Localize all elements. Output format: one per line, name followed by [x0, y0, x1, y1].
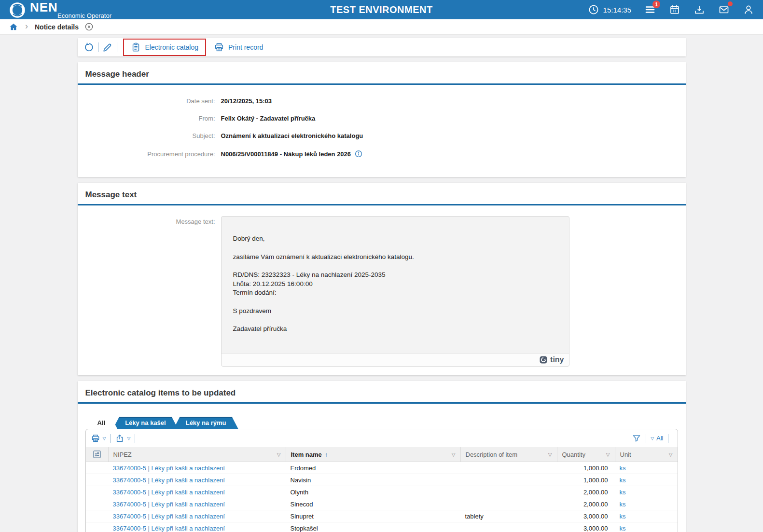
column-header-unit[interactable]: Unit▽: [615, 447, 678, 462]
column-filter-icon[interactable]: ▽: [669, 452, 673, 457]
field-label: Subject:: [78, 132, 215, 139]
brand-name: NEN: [30, 0, 58, 14]
nipez-link[interactable]: 33674000-5 | Léky při kašli a nachlazení: [108, 489, 286, 496]
column-header-description-of-item[interactable]: Description of item▽: [460, 447, 557, 462]
nipez-link[interactable]: 33674000-5 | Léky při kašli a nachlazení: [108, 525, 286, 532]
item-name-cell: Olynth: [286, 489, 460, 496]
quantity-cell: 1,000.00: [557, 464, 615, 472]
message-paragraph: RD/DNS: 23232323 - Léky na nachlazení 20…: [233, 271, 557, 298]
unit-link[interactable]: ks: [615, 513, 678, 520]
section-title: Electronic catalog items to be updated: [78, 381, 686, 402]
tinymce-logo-icon: [539, 355, 548, 364]
print-record-label: Print record: [228, 43, 263, 51]
unit-link[interactable]: ks: [615, 501, 678, 508]
toolbar-separator: [135, 434, 135, 443]
tab-l-ky-na-ka-el[interactable]: Léky na kašel: [113, 417, 178, 429]
field-value: N006/25/V00011849 - Nákup léků leden 202…: [221, 150, 686, 158]
user-profile-icon[interactable]: [743, 4, 754, 15]
message-text-editor[interactable]: Dobrý den,zasíláme Vám oznámení k aktual…: [221, 216, 569, 367]
tinymce-brand-label: tiny: [550, 355, 564, 364]
column-header-quantity[interactable]: Quantity▽: [557, 447, 615, 462]
column-label-text: Quantity: [562, 451, 585, 458]
item-name-cell: Sinupret: [286, 513, 460, 520]
table-row[interactable]: 33674000-5 | Léky při kašli a nachlazení…: [86, 486, 678, 498]
section-title: Message text: [78, 183, 686, 204]
nipez-link[interactable]: 33674000-5 | Léky při kašli a nachlazení: [108, 477, 286, 484]
table-row[interactable]: 33674000-5 | Léky při kašli a nachlazení…: [86, 522, 678, 532]
description-cell: tablety: [460, 513, 557, 520]
nipez-link[interactable]: 33674000-5 | Léky při kašli a nachlazení: [108, 464, 286, 472]
electronic-catalog-button[interactable]: Electronic catalog: [128, 42, 202, 53]
message-text-label: Message text:: [78, 216, 215, 225]
download-tray-icon[interactable]: [694, 4, 705, 15]
nipez-link[interactable]: 33674000-5 | Léky při kašli a nachlazení: [108, 513, 286, 520]
unit-link[interactable]: ks: [615, 525, 678, 532]
nen-brand[interactable]: NEN Economic Operator: [9, 1, 111, 19]
column-label: NIPEZ: [113, 451, 132, 458]
column-filter-icon[interactable]: ▽: [277, 452, 281, 457]
column-header-nipez[interactable]: NIPEZ▽: [108, 447, 286, 462]
field-label: Procurement procedure:: [78, 150, 215, 158]
nipez-link[interactable]: 33674000-5 | Léky při kašli a nachlazení: [108, 501, 286, 508]
calendar-icon[interactable]: [669, 4, 680, 15]
unit-link[interactable]: ks: [615, 489, 678, 496]
mail-icon[interactable]: [718, 4, 730, 15]
field-row: From:Felix Okátý - Zadavatel příručka: [78, 115, 686, 122]
table-row[interactable]: 33674000-5 | Léky při kašli a nachlazení…: [86, 462, 678, 474]
table-row[interactable]: 33674000-5 | Léky při kašli a nachlazení…: [86, 498, 678, 510]
section-rule: [78, 402, 686, 404]
field-value-text: 20/12/2025, 15:03: [221, 97, 272, 105]
message-paragraph: zasíláme Vám oznámení k aktualizaci elek…: [233, 253, 557, 262]
field-row: Date sent:20/12/2025, 15:03: [78, 97, 686, 105]
annotation-highlight-box: Electronic catalog: [123, 39, 207, 56]
table-print-button[interactable]: ▽: [91, 434, 106, 443]
message-header-section: Message header Date sent:20/12/2025, 15:…: [78, 62, 686, 177]
mail-unread-dot: [728, 1, 733, 6]
action-toolbar: Electronic catalog Print record: [78, 38, 686, 56]
edit-pencil-icon[interactable]: [102, 42, 113, 53]
message-text-section: Message text Message text: Dobrý den,zas…: [78, 183, 686, 375]
column-header-item-name[interactable]: Item name↑▽: [286, 447, 460, 462]
filter-all-link[interactable]: All: [656, 435, 663, 442]
nen-logo-icon: [9, 1, 26, 19]
toolbar-separator: [98, 42, 98, 52]
dropdown-arrow-icon[interactable]: ▽: [651, 436, 654, 441]
table-row[interactable]: 33674000-5 | Léky při kašli a nachlazení…: [86, 474, 678, 486]
print-record-button[interactable]: Print record: [211, 42, 266, 53]
column-filter-icon[interactable]: ▽: [452, 452, 456, 457]
clock-icon: [588, 4, 599, 15]
item-name-cell: Stopkašel: [286, 525, 460, 532]
tab-l-ky-na-r-mu[interactable]: Léky na rýmu: [174, 417, 238, 429]
dropdown-arrow-icon: ▽: [127, 436, 130, 441]
tinymce-brand[interactable]: tiny: [539, 355, 564, 364]
column-filter-icon[interactable]: ▽: [548, 452, 552, 457]
field-value-text: Oznámení k aktualizaci elektronického ka…: [221, 132, 363, 139]
electronic-catalog-label: Electronic catalog: [145, 43, 199, 51]
field-row: Procurement procedure:N006/25/V00011849 …: [78, 150, 686, 158]
column-filter-icon[interactable]: ▽: [606, 452, 610, 457]
table-toolbar: ▽ ▽ ▽ All: [86, 429, 678, 447]
refresh-icon[interactable]: [83, 42, 94, 53]
column-label-text: NIPEZ: [113, 451, 132, 458]
tab-all[interactable]: All: [85, 417, 118, 429]
table-body: 33674000-5 | Léky při kašli a nachlazení…: [86, 462, 678, 532]
unit-link[interactable]: ks: [615, 477, 678, 484]
section-title: Message header: [78, 62, 686, 83]
table-row[interactable]: 33674000-5 | Léky při kašli a nachlazení…: [86, 510, 678, 522]
breadcrumb: › Notice details: [0, 19, 763, 35]
close-tab-icon[interactable]: [84, 22, 94, 31]
notifications-menu[interactable]: 1: [644, 4, 656, 15]
column-settings-header[interactable]: [86, 447, 108, 462]
home-icon[interactable]: [9, 22, 18, 32]
export-icon: [115, 434, 125, 443]
info-icon[interactable]: [354, 150, 363, 158]
field-value: 20/12/2025, 15:03: [221, 97, 686, 105]
quantity-cell: 3,000.00: [557, 513, 615, 520]
field-label: Date sent:: [78, 97, 215, 105]
messages[interactable]: [718, 4, 730, 15]
clock: 15:14:35: [588, 4, 631, 15]
filter-funnel-icon[interactable]: [632, 434, 641, 443]
top-bar: NEN Economic Operator TEST ENVIRONMENT 1…: [0, 0, 763, 19]
unit-link[interactable]: ks: [615, 464, 678, 472]
table-export-button[interactable]: ▽: [115, 434, 130, 443]
